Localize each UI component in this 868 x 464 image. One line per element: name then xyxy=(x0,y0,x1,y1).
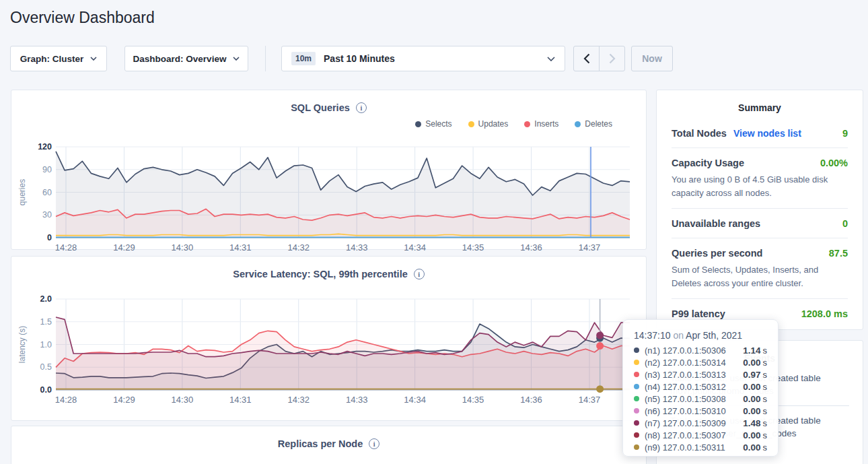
node-latency-unit: s xyxy=(763,345,768,356)
time-nav-group xyxy=(573,46,625,71)
node-color-dot-icon xyxy=(634,432,639,438)
node-latency-value: 0.00 xyxy=(743,442,760,453)
p99-latency-label: P99 latency xyxy=(672,308,725,319)
node-color-dot-icon xyxy=(634,347,639,353)
legend-dot-icon xyxy=(524,121,530,127)
tooltip-node-row: (n7) 127.0.0.1:50309 1.48 s xyxy=(634,417,767,429)
summary-panel: Summary Total Nodes View nodes list 9 Ca… xyxy=(656,90,863,330)
svg-text:14:33: 14:33 xyxy=(346,395,368,405)
qps-description: Sum of Selects, Updates, Inserts, and De… xyxy=(672,263,848,290)
legend-item[interactable]: Inserts xyxy=(524,119,558,129)
capacity-usage-description: You are using 0 B of 4.5 GiB usable disk… xyxy=(672,173,848,199)
svg-text:14:36: 14:36 xyxy=(520,242,542,253)
node-latency-unit: s xyxy=(763,418,768,428)
svg-text:14:29: 14:29 xyxy=(113,242,135,253)
legend-label: Selects xyxy=(425,119,451,129)
time-range-label: Past 10 Minutes xyxy=(324,53,547,64)
node-color-dot-icon xyxy=(634,360,639,365)
time-next-button[interactable] xyxy=(599,46,625,71)
service-latency-plot[interactable]: 14:2814:2914:3014:3114:3214:3314:3414:35… xyxy=(11,295,646,405)
legend-item[interactable]: Updates xyxy=(468,119,509,129)
summary-row-qps: Queries per second 87.5 Sum of Selects, … xyxy=(672,238,848,299)
tooltip-node-row: (n3) 127.0.0.1:50313 0.97 s xyxy=(634,368,767,380)
svg-text:120: 120 xyxy=(38,143,52,152)
total-nodes-value: 9 xyxy=(842,128,848,139)
svg-text:90: 90 xyxy=(42,165,52,174)
dashboard-selector-dropdown[interactable]: Dashboard: Overview xyxy=(124,46,248,71)
toolbar-divider xyxy=(265,46,266,71)
node-address: (n2) 127.0.0.1:50314 xyxy=(645,358,726,368)
summary-heading: Summary xyxy=(657,90,863,113)
node-latency-unit: s xyxy=(763,406,768,416)
sql-queries-chart-card: SQL Queries i Selects Updates Inserts xyxy=(11,90,647,250)
node-latency-unit: s xyxy=(763,370,768,380)
node-latency-value: 0.00 xyxy=(743,406,760,416)
svg-text:30: 30 xyxy=(42,210,52,220)
svg-text:14:35: 14:35 xyxy=(462,395,484,405)
legend-item[interactable]: Deletes xyxy=(575,119,612,129)
dashboard-selector-label: Dashboard: Overview xyxy=(133,54,227,64)
svg-text:14:36: 14:36 xyxy=(520,395,542,405)
qps-label: Queries per second xyxy=(672,248,762,259)
unavailable-ranges-label: Unavailable ranges xyxy=(672,218,760,229)
node-latency-value: 0.00 xyxy=(743,394,760,404)
svg-text:queries: queries xyxy=(17,179,27,205)
time-range-badge: 10m xyxy=(291,52,316,65)
node-address: (n3) 127.0.0.1:50313 xyxy=(645,370,726,380)
chevron-left-icon xyxy=(583,53,590,64)
node-latency-value: 0.00 xyxy=(743,382,760,392)
graph-selector-dropdown[interactable]: Graph: Cluster xyxy=(10,46,107,71)
tooltip-node-row: (n9) 127.0.0.1:50311 0.00 s xyxy=(634,441,767,453)
info-icon[interactable]: i xyxy=(356,102,367,113)
svg-text:14:34: 14:34 xyxy=(404,395,426,405)
tooltip-node-row: (n2) 127.0.0.1:50314 0.00 s xyxy=(634,356,767,368)
node-address: (n6) 127.0.0.1:50310 xyxy=(645,406,726,416)
chart-title-replicas-per-node: Replicas per Node xyxy=(278,438,363,449)
p99-latency-value: 1208.0 ms xyxy=(801,308,848,319)
node-address: (n5) 127.0.0.1:50308 xyxy=(645,394,726,404)
node-address: (n4) 127.0.0.1:50312 xyxy=(645,382,726,392)
total-nodes-label: Total Nodes xyxy=(672,128,727,139)
time-prev-button[interactable] xyxy=(573,46,600,71)
unavailable-ranges-value: 0 xyxy=(842,218,848,229)
chart-hover-tooltip: 14:37:10 on Apr 5th, 2021 (n1) 127.0.0.1… xyxy=(622,319,779,457)
node-color-dot-icon xyxy=(634,372,639,377)
info-icon[interactable]: i xyxy=(414,269,425,279)
node-color-dot-icon xyxy=(634,384,639,389)
legend-item[interactable]: Selects xyxy=(415,119,451,129)
node-latency-unit: s xyxy=(763,394,768,404)
summary-row-total-nodes: Total Nodes View nodes list 9 xyxy=(672,119,848,148)
node-color-dot-icon xyxy=(634,420,639,426)
sql-queries-plot[interactable]: 14:2814:2914:3014:3114:3214:3314:3414:35… xyxy=(11,143,646,253)
view-nodes-list-link[interactable]: View nodes list xyxy=(733,128,801,139)
node-latency-value: 1.14 xyxy=(743,345,760,356)
legend-label: Inserts xyxy=(534,119,558,129)
capacity-usage-label: Capacity Usage xyxy=(672,158,744,168)
svg-text:14:34: 14:34 xyxy=(404,242,426,253)
replicas-per-node-chart-card: Replicas per Node i xyxy=(11,426,647,464)
svg-text:14:28: 14:28 xyxy=(55,242,77,253)
info-icon[interactable]: i xyxy=(369,438,379,449)
time-range-dropdown[interactable]: 10m Past 10 Minutes xyxy=(281,46,565,71)
legend-label: Deletes xyxy=(585,119,612,129)
sql-queries-legend: Selects Updates Inserts Deletes xyxy=(415,119,612,129)
svg-text:0: 0 xyxy=(47,233,52,242)
svg-text:1.0: 1.0 xyxy=(40,340,52,350)
legend-label: Updates xyxy=(478,119,509,129)
qps-value: 87.5 xyxy=(829,248,848,259)
tooltip-node-row: (n8) 127.0.0.1:50307 0.00 s xyxy=(634,429,767,441)
svg-text:14:35: 14:35 xyxy=(462,242,484,253)
summary-row-capacity: Capacity Usage 0.00% You are using 0 B o… xyxy=(672,148,848,209)
node-address: (n1) 127.0.0.1:50306 xyxy=(645,345,726,356)
overview-dashboard-page: Overview Dashboard Graph: Cluster Dashbo… xyxy=(0,0,868,464)
svg-text:14:31: 14:31 xyxy=(229,242,252,253)
tooltip-node-row: (n5) 127.0.0.1:50308 0.00 s xyxy=(634,393,767,405)
node-address: (n7) 127.0.0.1:50309 xyxy=(645,418,726,428)
svg-text:14:30: 14:30 xyxy=(172,395,194,405)
svg-text:latency (s): latency (s) xyxy=(17,326,27,363)
now-button[interactable]: Now xyxy=(631,46,673,71)
svg-text:14:32: 14:32 xyxy=(287,242,310,253)
node-latency-value: 1.48 xyxy=(743,418,760,428)
tooltip-timestamp: 14:37:10 on Apr 5th, 2021 xyxy=(634,330,767,341)
svg-text:14:30: 14:30 xyxy=(172,242,194,253)
